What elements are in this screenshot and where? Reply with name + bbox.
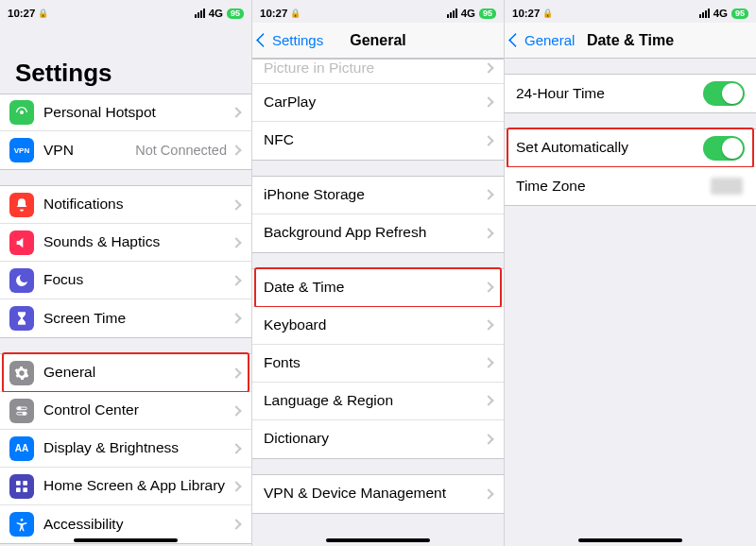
status-time: 10:27 bbox=[260, 8, 287, 19]
chevron-right-icon bbox=[483, 488, 493, 499]
row-pip[interactable]: Picture in Picture bbox=[252, 60, 504, 84]
svg-rect-7 bbox=[16, 487, 21, 492]
row-fonts[interactable]: Fonts bbox=[252, 345, 504, 383]
battery-icon: 95 bbox=[731, 9, 748, 19]
bell-icon bbox=[9, 193, 34, 217]
svg-point-9 bbox=[21, 519, 24, 521]
svg-rect-6 bbox=[23, 481, 27, 486]
chevron-right-icon bbox=[231, 405, 241, 416]
home-indicator[interactable] bbox=[578, 538, 682, 542]
back-button[interactable]: General bbox=[510, 23, 575, 58]
page-title: Settings bbox=[0, 59, 251, 94]
row-background-app-refresh[interactable]: Background App Refresh bbox=[252, 214, 504, 252]
lock-icon: 🔒 bbox=[542, 9, 553, 18]
chevron-right-icon bbox=[483, 228, 493, 238]
chevron-right-icon bbox=[483, 189, 493, 199]
row-iphone-storage[interactable]: iPhone Storage bbox=[252, 177, 504, 214]
row-notifications[interactable]: Notifications bbox=[0, 186, 251, 224]
status-bar: 10:27 🔒 4G 95 bbox=[0, 4, 251, 23]
accessibility-icon bbox=[9, 512, 34, 537]
row-sounds-haptics[interactable]: Sounds & Haptics bbox=[0, 224, 251, 262]
row-keyboard[interactable]: Keyboard bbox=[252, 307, 504, 345]
row-vpn-device-mgmt[interactable]: VPN & Device Management bbox=[252, 475, 504, 513]
chevron-right-icon bbox=[231, 519, 241, 529]
nav-bar: Settings General bbox=[252, 23, 504, 59]
chevron-right-icon bbox=[483, 282, 493, 292]
general-list[interactable]: Picture in Picture CarPlay NFC iPhone St… bbox=[252, 59, 504, 546]
row-display-brightness[interactable]: AA Display & Brightness bbox=[0, 430, 251, 468]
lock-icon: 🔒 bbox=[290, 9, 301, 18]
chevron-right-icon bbox=[231, 199, 241, 210]
page-title: Date & Time bbox=[587, 32, 674, 49]
nav-bar bbox=[0, 23, 251, 59]
status-time: 10:27 bbox=[8, 8, 35, 19]
vpn-status: Not Connected bbox=[135, 143, 227, 158]
chevron-right-icon bbox=[231, 275, 241, 285]
chevron-left-icon bbox=[256, 33, 271, 48]
chevron-right-icon bbox=[231, 237, 241, 247]
signal-icon bbox=[699, 9, 710, 18]
row-control-center[interactable]: Control Center bbox=[0, 392, 251, 430]
svg-point-0 bbox=[20, 111, 24, 114]
status-bar: 10:27 🔒 4G 95 bbox=[252, 4, 504, 23]
date-time-screen: 10:27 🔒 4G 95 General Date & Time 24-Hou… bbox=[505, 0, 756, 546]
home-indicator[interactable] bbox=[326, 538, 430, 542]
row-language-region[interactable]: Language & Region bbox=[252, 383, 504, 420]
row-accessibility[interactable]: Accessibility bbox=[0, 505, 251, 543]
page-title: General bbox=[350, 32, 406, 49]
chevron-right-icon bbox=[483, 63, 493, 74]
row-focus[interactable]: Focus bbox=[0, 262, 251, 299]
back-button[interactable]: Settings bbox=[258, 23, 323, 58]
general-screen: 10:27 🔒 4G 95 Settings General Picture i… bbox=[252, 0, 505, 546]
chevron-right-icon bbox=[483, 96, 493, 107]
chevron-right-icon bbox=[231, 481, 241, 491]
row-dictionary[interactable]: Dictionary bbox=[252, 420, 504, 458]
network-label: 4G bbox=[209, 8, 223, 19]
gear-icon bbox=[9, 361, 34, 385]
switch-set-automatically[interactable] bbox=[703, 136, 745, 161]
settings-screen: 10:27 🔒 4G 95 Settings Personal Hotspot … bbox=[0, 0, 252, 546]
chevron-right-icon bbox=[483, 434, 493, 444]
row-screen-time[interactable]: Screen Time bbox=[0, 299, 251, 337]
grid-icon bbox=[9, 474, 34, 499]
battery-icon: 95 bbox=[479, 9, 496, 19]
chevron-right-icon bbox=[483, 395, 493, 405]
row-set-automatically[interactable]: Set Automatically bbox=[505, 129, 756, 167]
row-general[interactable]: General bbox=[0, 354, 251, 392]
chevron-right-icon bbox=[231, 367, 241, 378]
status-time: 10:27 bbox=[512, 8, 540, 19]
signal-icon bbox=[195, 9, 205, 18]
nav-bar: General Date & Time bbox=[505, 23, 756, 59]
moon-icon bbox=[9, 268, 34, 293]
hotspot-icon bbox=[9, 100, 34, 125]
switch-24-hour[interactable] bbox=[703, 81, 745, 106]
brightness-icon: AA bbox=[9, 436, 34, 461]
speaker-icon bbox=[9, 230, 34, 255]
svg-rect-5 bbox=[16, 481, 21, 486]
home-indicator[interactable] bbox=[74, 538, 178, 542]
row-date-time[interactable]: Date & Time bbox=[252, 269, 504, 307]
chevron-right-icon bbox=[231, 107, 241, 117]
lock-icon: 🔒 bbox=[38, 9, 48, 18]
signal-icon bbox=[447, 9, 457, 18]
chevron-right-icon bbox=[483, 319, 493, 330]
row-vpn[interactable]: VPN VPN Not Connected bbox=[0, 131, 251, 169]
chevron-left-icon bbox=[508, 33, 524, 48]
network-label: 4G bbox=[461, 8, 475, 19]
svg-rect-8 bbox=[23, 487, 27, 492]
row-home-screen[interactable]: Home Screen & App Library bbox=[0, 468, 251, 505]
hourglass-icon bbox=[9, 306, 34, 331]
switches-icon bbox=[9, 399, 34, 423]
chevron-right-icon bbox=[483, 135, 493, 145]
chevron-right-icon bbox=[483, 357, 493, 367]
network-label: 4G bbox=[713, 8, 728, 19]
row-carplay[interactable]: CarPlay bbox=[252, 84, 504, 122]
settings-list[interactable]: Personal Hotspot VPN VPN Not Connected N… bbox=[0, 94, 251, 546]
row-24-hour-time[interactable]: 24-Hour Time bbox=[505, 75, 756, 112]
row-nfc[interactable]: NFC bbox=[252, 122, 504, 160]
chevron-right-icon bbox=[231, 145, 241, 155]
row-personal-hotspot[interactable]: Personal Hotspot bbox=[0, 94, 251, 131]
date-time-list[interactable]: 24-Hour Time Set Automatically Time Zone bbox=[505, 59, 756, 546]
status-bar: 10:27 🔒 4G 95 bbox=[505, 4, 756, 23]
row-time-zone[interactable]: Time Zone bbox=[505, 167, 756, 205]
